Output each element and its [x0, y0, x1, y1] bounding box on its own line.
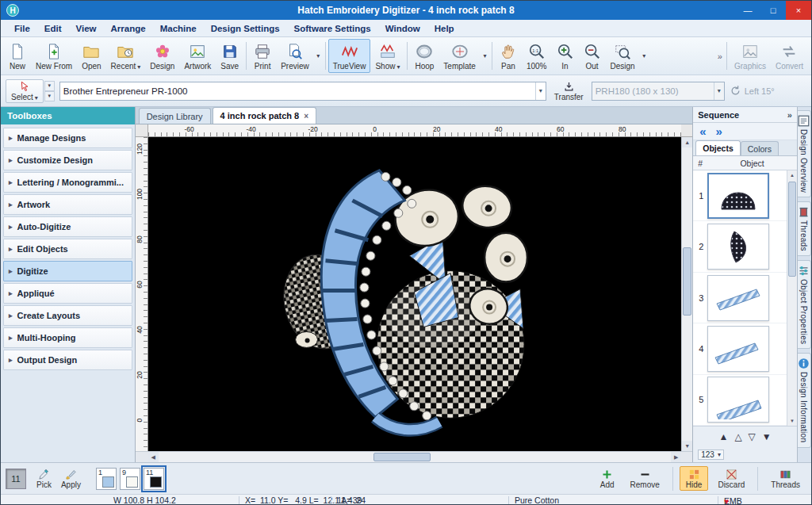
recent-button[interactable]: Recent▾ [106, 39, 146, 73]
preview-button[interactable]: Preview [276, 39, 314, 73]
toolbox-auto-digitize[interactable]: ▸Auto-Digitize [3, 216, 132, 237]
zoom-100-button[interactable]: 100% [522, 39, 552, 73]
menu-view[interactable]: View [69, 20, 104, 36]
template-button[interactable]: Template [439, 39, 481, 73]
toolbox-artwork[interactable]: ▸Artwork [3, 194, 132, 215]
rotate-hoop-control[interactable]: Left 15° [730, 85, 775, 97]
zoom-dropdown-button[interactable]: ▾ [640, 39, 649, 73]
preview-dropdown-button[interactable]: ▾ [314, 39, 323, 73]
color-swatch-1[interactable]: 1 [96, 468, 117, 490]
show-button[interactable]: Show▾ [370, 39, 404, 73]
zoom-out-button[interactable]: Out [579, 39, 606, 73]
toolbox-create-layouts[interactable]: ▸Create Layouts [3, 305, 132, 326]
tab-colors[interactable]: Colors [741, 141, 779, 155]
sequence-row[interactable]: 3 [693, 273, 797, 323]
nav-last-object-button[interactable]: » [713, 125, 726, 137]
tab-design-overview[interactable]: Design Overview [798, 110, 811, 197]
move-up-button[interactable]: △ [734, 431, 741, 442]
close-button[interactable]: × [786, 1, 811, 20]
toolbox-customize-design[interactable]: ▸Customize Design [3, 150, 132, 170]
menu-window[interactable]: Window [378, 20, 427, 36]
template-dropdown-button[interactable]: ▾ [481, 39, 489, 73]
vertical-scroll-thumb[interactable] [683, 247, 691, 316]
hoop-button[interactable]: Hoop [410, 39, 439, 73]
color-swatch-11[interactable]: 11 [144, 468, 164, 490]
sequence-row[interactable]: 1 [693, 170, 797, 221]
hide-unused-colors-button[interactable]: Hide [680, 466, 709, 491]
tab-design-information[interactable]: Design Information [798, 353, 811, 447]
tab-objects[interactable]: Objects [695, 140, 741, 155]
scroll-down-icon[interactable]: ▼ [787, 416, 797, 426]
scroll-right-icon[interactable]: ▶ [671, 452, 681, 462]
object-thumbnail[interactable] [707, 224, 769, 270]
new-button[interactable]: New [4, 39, 31, 73]
remove-color-button[interactable]: Remove [624, 466, 666, 491]
design-library-button[interactable]: Design [145, 39, 179, 73]
menu-design-settings[interactable]: Design Settings [204, 20, 287, 36]
zoom-to-design-button[interactable]: Design [606, 39, 640, 73]
sequence-scrollbar[interactable]: ▲ ▼ [787, 170, 797, 426]
panel-collapse-icon[interactable]: » [787, 110, 792, 120]
scroll-left-icon[interactable]: ◀ [148, 452, 159, 462]
toolbox-multi-hooping[interactable]: ▸Multi-Hooping [3, 327, 132, 348]
canvas-horizontal-scrollbar[interactable]: ◀ ▶ [136, 451, 693, 462]
save-button[interactable]: Save [216, 39, 243, 73]
object-thumbnail[interactable] [707, 326, 769, 372]
menu-machine[interactable]: Machine [153, 20, 204, 36]
pan-button[interactable]: Pan [495, 39, 522, 73]
design-canvas[interactable] [148, 137, 682, 451]
menu-file[interactable]: File [7, 20, 37, 36]
machine-select-combo[interactable]: Brother Entrepreneur PR-1000 ▾ [59, 82, 546, 101]
move-down-button[interactable]: ▽ [749, 431, 756, 442]
object-thumbnail[interactable] [707, 275, 769, 321]
hoop-select-combo[interactable]: PRH180 (180 x 130) ▾ [592, 82, 725, 101]
sequence-row[interactable]: 2 [693, 221, 797, 272]
apply-color-button[interactable]: Apply [57, 468, 85, 490]
toolbox-output-design[interactable]: ▸Output Design [3, 350, 132, 370]
select-tool-button[interactable]: Select▾ [6, 79, 44, 103]
tab-design-library[interactable]: Design Library [139, 108, 211, 124]
scroll-up-icon[interactable]: ▲ [787, 170, 797, 180]
convert-button[interactable]: Convert [771, 39, 808, 73]
new-from-button[interactable]: New From [31, 39, 77, 73]
select-split-top-button[interactable]: ▾ [44, 81, 55, 91]
tab-object-properties[interactable]: Object Properties [798, 260, 811, 349]
graphics-button[interactable]: Graphics [730, 39, 771, 73]
nav-first-object-button[interactable]: « [696, 125, 709, 137]
tab-threads[interactable]: Threads [798, 201, 811, 256]
sequence-scroll-thumb[interactable] [788, 182, 796, 277]
select-split-bottom-button[interactable]: ▾ [44, 91, 55, 101]
menu-arrange[interactable]: Arrange [104, 20, 153, 36]
tab-close-icon[interactable]: × [304, 112, 308, 121]
move-to-start-button[interactable]: ▲ [718, 431, 728, 442]
horizontal-scroll-thumb[interactable] [373, 453, 431, 461]
print-button[interactable]: Print [249, 39, 276, 73]
zoom-in-button[interactable]: In [552, 39, 579, 73]
toolbox-applique[interactable]: ▸Appliqué [3, 283, 132, 304]
menu-help[interactable]: Help [427, 20, 462, 36]
maximize-button[interactable]: □ [760, 1, 786, 20]
menu-software-settings[interactable]: Software Settings [287, 20, 378, 36]
toolbox-edit-objects[interactable]: ▸Edit Objects [3, 239, 132, 259]
discard-colors-button[interactable]: Discard [711, 466, 751, 491]
object-thumbnail[interactable] [707, 377, 769, 423]
threads-button[interactable]: Threads [764, 466, 806, 491]
toolbox-manage-designs[interactable]: ▸Manage Designs [3, 128, 132, 148]
artwork-button[interactable]: Artwork [179, 39, 216, 73]
canvas-vertical-scrollbar[interactable]: ▲ ▼ [681, 137, 692, 451]
scroll-up-icon[interactable]: ▲ [682, 137, 692, 147]
color-swatch-9[interactable]: 9 [120, 468, 140, 490]
transfer-button[interactable]: Transfer [551, 79, 587, 103]
menu-edit[interactable]: Edit [37, 20, 69, 36]
resequence-by-number-button[interactable]: 123 ▾ [698, 450, 724, 460]
move-to-end-button[interactable]: ▼ [762, 431, 772, 442]
pick-color-button[interactable]: Pick [33, 468, 56, 490]
object-thumbnail[interactable] [707, 173, 769, 219]
toolbox-digitize[interactable]: ▸Digitize [3, 261, 132, 281]
scroll-down-icon[interactable]: ▼ [682, 441, 692, 451]
minimize-button[interactable]: — [735, 1, 760, 20]
sequence-row[interactable]: 4 [693, 323, 797, 374]
trueview-toggle-button[interactable]: TrueView [328, 39, 371, 73]
current-color-button[interactable]: 11 [6, 469, 26, 489]
sequence-row[interactable]: 5 [693, 375, 797, 426]
